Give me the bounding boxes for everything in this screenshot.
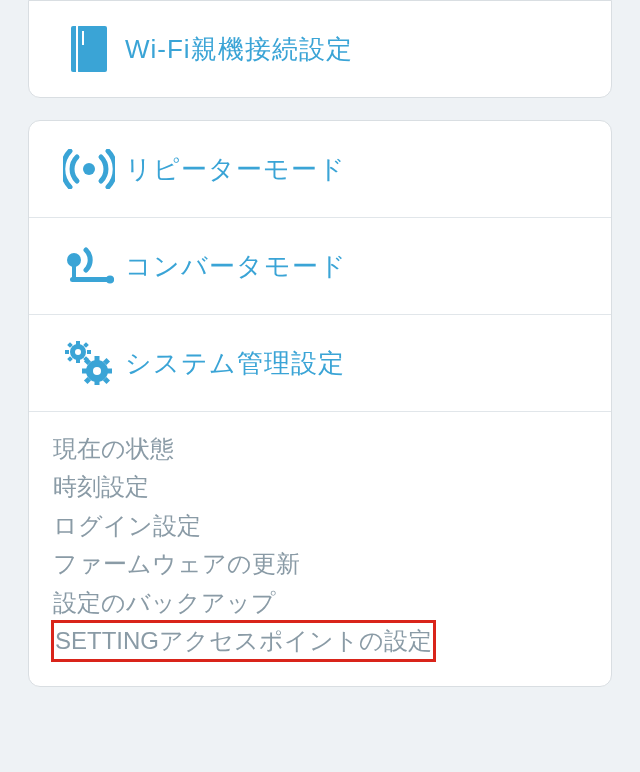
row-wifi-parent[interactable]: Wi-Fi親機接続設定	[29, 1, 611, 97]
sub-time[interactable]: 時刻設定	[53, 468, 149, 506]
sub-status[interactable]: 現在の状態	[53, 430, 174, 468]
svg-rect-22	[95, 381, 100, 385]
card-wifi: Wi-Fi親機接続設定	[28, 0, 612, 98]
row-repeater[interactable]: リピーターモード	[29, 121, 611, 217]
book-icon	[53, 26, 125, 72]
svg-point-20	[93, 367, 101, 375]
gears-icon	[53, 341, 125, 385]
svg-point-4	[83, 163, 95, 175]
svg-point-8	[106, 276, 114, 284]
card-modes: リピーターモード コンバータモード	[28, 120, 612, 687]
svg-rect-24	[107, 369, 112, 374]
system-sublist: 現在の状態 時刻設定 ログイン設定 ファームウェアの更新 設定のバックアップ S…	[29, 411, 611, 686]
wifi-signal-icon	[53, 149, 125, 189]
svg-rect-14	[87, 350, 91, 354]
svg-rect-21	[95, 356, 100, 361]
row-converter[interactable]: コンバータモード	[29, 217, 611, 314]
svg-rect-3	[82, 31, 84, 45]
sub-login[interactable]: ログイン設定	[53, 507, 201, 545]
svg-rect-13	[65, 350, 69, 354]
row-label: Wi-Fi親機接続設定	[125, 32, 353, 67]
sub-ap-setting[interactable]: SETTINGアクセスポイントの設定	[53, 622, 434, 660]
row-label: コンバータモード	[125, 249, 347, 284]
svg-rect-12	[76, 359, 80, 363]
sub-firmware[interactable]: ファームウェアの更新	[53, 545, 300, 583]
svg-point-10	[75, 349, 81, 355]
svg-rect-11	[76, 341, 80, 345]
row-label: システム管理設定	[125, 346, 345, 381]
svg-rect-6	[72, 264, 76, 279]
row-system[interactable]: システム管理設定	[29, 314, 611, 411]
antenna-icon	[53, 246, 125, 286]
row-label: リピーターモード	[125, 152, 346, 187]
svg-rect-23	[82, 369, 87, 374]
svg-rect-2	[76, 26, 78, 72]
svg-rect-0	[77, 26, 107, 72]
sub-backup[interactable]: 設定のバックアップ	[53, 584, 276, 622]
